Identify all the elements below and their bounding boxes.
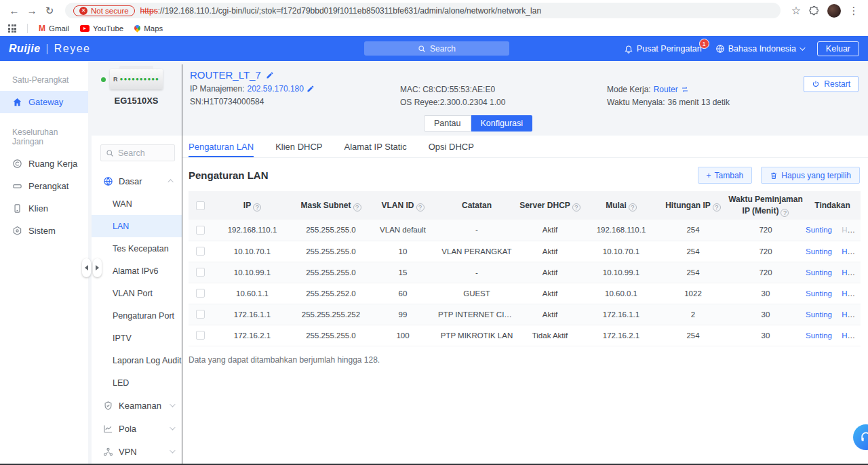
bookmark-maps[interactable]: Maps [134,24,163,33]
os-version: OS Reyee:2.300.0.2304 1.00 [400,98,607,107]
maps-pin-icon [133,24,142,33]
sidebar-item-clients[interactable]: Klien [0,197,88,220]
logout-button[interactable]: Keluar [817,41,859,56]
help-icon[interactable] [781,209,789,217]
work-mode-value[interactable]: Router [654,85,678,94]
back-icon[interactable]: ← [5,5,23,16]
home-icon [12,97,22,107]
row-checkbox[interactable] [196,268,205,277]
profile-avatar[interactable] [827,4,841,18]
sidebar-section-single-device: Satu-Perangkat [0,61,88,91]
select-all-checkbox[interactable] [196,201,205,210]
sidebar-item-system[interactable]: Sistem [0,220,88,242]
brand-name: Ruijie [9,43,41,55]
tab[interactable]: Alamat IP Static [344,136,406,157]
help-icon[interactable] [253,203,261,211]
menu-item[interactable]: LAN [92,215,182,237]
trash-icon [770,171,778,180]
switch-mode-icon[interactable] [681,85,689,94]
menu-item[interactable]: WAN [92,193,182,215]
table-row: 192.168.110.1 255.255.255.0 VLAN default… [189,220,861,241]
edit-link[interactable]: Sunting [806,289,832,298]
chevron-down-icon [170,447,175,453]
sidebar-item-workspace[interactable]: Ruang Kerja [0,153,88,175]
cell-lease: 720 [727,241,804,262]
cell-start: 172.16.1.1 [583,304,659,325]
cell-note: PTP INTERNET CISCO [437,304,517,325]
url-bar[interactable]: ✕ Not secure https://192.168.110.1/cgi-b… [65,3,781,18]
cell-dhcp: Aktif [517,241,583,262]
edit-link[interactable]: Sunting [806,268,832,277]
delete-link[interactable]: Hapus [842,268,861,277]
forward-icon[interactable]: → [23,5,41,16]
alert-center-button[interactable]: Pusat Peringatan 1 [624,44,702,54]
delete-link[interactable]: Hapus [842,310,861,319]
help-icon[interactable] [629,203,637,211]
menu-group-vpn[interactable]: VPN [92,440,182,463]
tab[interactable]: Klien DHCP [275,136,322,157]
apps-grid-icon[interactable] [8,24,16,33]
menu-search-box[interactable] [100,144,175,161]
help-icon[interactable] [353,203,361,211]
delete-link[interactable]: Hapus [842,226,861,234]
menu-item[interactable]: Tes Kecepatan [92,237,182,260]
sidebar-collapse-handles [82,258,102,277]
cell-lease: 720 [727,262,804,283]
help-icon[interactable] [713,203,721,211]
cell-ip: 10.60.1.1 [212,283,293,304]
collapse-left-button[interactable] [82,258,91,277]
row-checkbox[interactable] [196,226,205,235]
monitor-tab[interactable]: Pantau [424,115,471,132]
menu-item[interactable]: IPTV [92,327,182,349]
menu-group-label: Dasar [119,176,142,186]
delete-selected-button[interactable]: Hapus yang terpilih [761,167,860,184]
tab[interactable]: Opsi DHCP [429,136,474,157]
sidebar-item-devices[interactable]: Perangkat [0,175,88,197]
tab[interactable]: Pengaturan LAN [189,136,254,157]
row-checkbox[interactable] [196,310,205,319]
bookmark-youtube[interactable]: YouTube [80,24,123,33]
menu-item[interactable]: Pengaturan Port [92,304,182,327]
table-row: 10.10.99.1 255.255.255.0 15 - Aktif 10.1… [189,262,861,283]
menu-group-security[interactable]: Keamanan [92,394,182,417]
edit-link[interactable]: Sunting [806,310,832,319]
extensions-icon[interactable] [809,5,819,16]
configure-tab[interactable]: Konfigurasi [471,115,533,132]
row-checkbox[interactable] [196,289,205,298]
menu-group-basic[interactable]: Dasar [92,169,182,193]
collapse-right-button[interactable] [93,258,102,277]
sidebar-item-gateway[interactable]: Gateway [0,91,88,113]
edit-name-icon[interactable] [266,71,274,79]
menu-search-input[interactable] [118,148,172,158]
not-secure-badge[interactable]: ✕ Not secure [73,5,135,16]
help-icon[interactable] [572,203,580,211]
menu-item[interactable]: Alamat IPv6 [92,260,182,282]
bookmark-star-icon[interactable]: ☆ [787,4,805,17]
menu-group-behavior[interactable]: Pola [92,417,182,440]
edit-link[interactable]: Sunting [806,247,832,256]
delete-link[interactable]: Hapus [842,247,861,256]
menu-item[interactable]: LED [92,371,182,394]
global-search[interactable]: Search [364,41,509,56]
language-selector[interactable]: Bahasa Indonesia [715,44,804,54]
edit-link[interactable]: Sunting [806,226,832,234]
add-button[interactable]: +Tambah [698,167,753,184]
edit-ip-icon[interactable] [307,85,315,93]
gmail-icon: M [39,24,45,33]
menu-item[interactable]: VLAN Port [92,282,182,304]
cell-ip: 192.168.110.1 [212,220,293,241]
delete-link[interactable]: Hapus [842,331,861,340]
browser-menu-icon[interactable]: ⋮ [845,5,863,17]
help-icon[interactable] [416,203,425,211]
device-info-bar: R ●●●●●●●●●● EG1510XS ROUTER_LT_7 IP Man… [88,61,868,115]
restart-button[interactable]: Restart [804,76,859,92]
edit-link[interactable]: Sunting [806,331,832,340]
row-checkbox[interactable] [196,331,205,340]
refresh-icon[interactable]: ↻ [41,5,58,17]
bell-icon [624,44,633,54]
menu-item[interactable]: Laporan Log Audit [92,349,182,371]
row-checkbox[interactable] [196,247,205,256]
bookmark-gmail[interactable]: MGmail [39,24,69,33]
delete-link[interactable]: Hapus [842,289,861,298]
not-secure-icon: ✕ [79,7,87,15]
